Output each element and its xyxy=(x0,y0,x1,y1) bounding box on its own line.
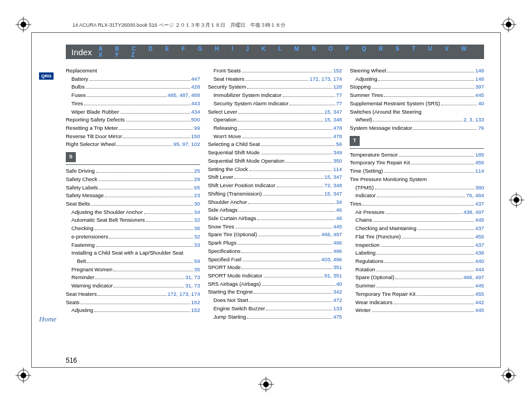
index-entry[interactable]: Winter445 xyxy=(350,306,484,315)
page-link[interactable]: 128 xyxy=(333,84,342,90)
page-link[interactable]: 30 xyxy=(194,201,200,207)
page-link[interactable]: 455 xyxy=(475,159,484,165)
index-entry[interactable]: Seats152 xyxy=(66,299,200,307)
page-link[interactable]: 172 xyxy=(309,76,321,82)
index-entry[interactable]: Right Selector Wheel9597102 xyxy=(66,140,200,149)
page-link[interactable]: 380 xyxy=(475,184,484,191)
page-link[interactable]: 434 xyxy=(191,109,200,115)
index-entry[interactable]: Selecting a Child Seat56 xyxy=(208,140,342,149)
page-link[interactable]: 34 xyxy=(194,209,200,215)
page-link[interactable]: 497 xyxy=(333,231,342,237)
index-entry[interactable]: Operation15348 xyxy=(208,116,342,124)
index-entry[interactable]: Temperature Sensor185 xyxy=(350,151,484,159)
page-link[interactable]: 172 xyxy=(168,291,180,297)
index-entry[interactable]: (TPMS)380 xyxy=(350,184,484,192)
page-link[interactable]: 466 xyxy=(463,274,475,280)
index-entry[interactable]: Shift Lever15347 xyxy=(208,173,342,182)
page-link[interactable]: 25 xyxy=(194,168,200,174)
index-entry[interactable]: Engine Switch Buzzer133 xyxy=(208,305,342,313)
index-entry[interactable]: Adjusting148 xyxy=(350,75,484,84)
page-link[interactable]: 102 xyxy=(191,141,200,147)
page-link[interactable]: 475 xyxy=(333,314,342,320)
page-link[interactable]: 97 xyxy=(182,141,191,147)
index-entry[interactable]: Replacement xyxy=(66,67,200,75)
page-link[interactable]: 152 xyxy=(333,67,342,74)
index-entry[interactable]: Chains445 xyxy=(350,216,484,225)
index-entry[interactable]: Specifications496 xyxy=(208,247,342,256)
page-link[interactable]: 497 xyxy=(475,274,484,280)
index-entry[interactable]: Shift Lever Position Indicator72348 xyxy=(208,182,342,190)
page-link[interactable]: 497 xyxy=(475,209,484,215)
page-link[interactable]: 444 xyxy=(475,266,484,272)
index-entry[interactable]: Temporary Tire Repair Kit455 xyxy=(350,159,484,167)
index-entry[interactable]: Sequential Shift Mode349 xyxy=(208,149,342,157)
page-link[interactable]: 40 xyxy=(478,100,484,106)
page-link[interactable]: 15 xyxy=(325,116,333,123)
page-link[interactable]: 485 xyxy=(168,92,180,98)
index-entry[interactable]: Wiper Blade Rubber434 xyxy=(66,108,200,116)
page-link[interactable]: 478 xyxy=(333,133,342,139)
index-entry[interactable]: Shifting (Transmission)15347 xyxy=(208,190,342,198)
index-entry[interactable]: Security System128 xyxy=(208,83,342,91)
page-link[interactable]: 496 xyxy=(333,248,342,254)
index-entry[interactable]: Summer445 xyxy=(350,282,484,290)
index-entry[interactable]: Security System Alarm Indicator77 xyxy=(208,100,342,108)
index-entry[interactable]: Snow Tires445 xyxy=(208,223,342,231)
page-link[interactable]: 174 xyxy=(333,76,342,82)
page-link[interactable]: 466 xyxy=(321,231,333,237)
page-link[interactable]: 152 xyxy=(191,307,200,313)
index-entry[interactable]: Stopping397 xyxy=(350,83,484,91)
page-link[interactable]: 496 xyxy=(333,240,342,246)
page-link[interactable]: 15 xyxy=(325,191,333,197)
page-link[interactable]: 15 xyxy=(325,109,333,115)
index-entry[interactable]: Pregnant Women35 xyxy=(66,266,200,274)
page-link[interactable]: 81 xyxy=(325,272,333,279)
index-entry[interactable]: Tire Pressure Monitoring System xyxy=(350,175,484,184)
index-entry[interactable]: Starting the Engine342 xyxy=(208,288,342,296)
home-link[interactable]: Home xyxy=(39,315,56,324)
index-entry[interactable]: Battery447 xyxy=(66,75,200,84)
page-link[interactable]: 35 xyxy=(194,266,200,272)
page-link[interactable]: 447 xyxy=(191,76,200,82)
index-entry[interactable]: Labeling438 xyxy=(350,249,484,257)
page-link[interactable]: 56 xyxy=(336,141,342,147)
page-link[interactable]: 33 xyxy=(194,242,200,248)
page-link[interactable]: 347 xyxy=(333,191,342,197)
page-link[interactable]: 348 xyxy=(333,182,342,188)
page-link[interactable]: 347 xyxy=(333,109,342,115)
page-link[interactable]: 76 xyxy=(466,192,475,198)
index-entry[interactable]: Reverse Tilt Door Mirror150 xyxy=(66,133,200,141)
index-entry[interactable]: Seat Heaters172173174 xyxy=(66,290,200,299)
index-entry[interactable]: Side Curtain Airbags48 xyxy=(208,214,342,223)
index-entry[interactable]: e-pretensioners32 xyxy=(66,233,200,241)
index-entry[interactable]: Regulations440 xyxy=(350,257,484,266)
index-entry[interactable]: Safe Driving25 xyxy=(66,167,200,175)
page-link[interactable]: 77 xyxy=(336,100,342,106)
page-link[interactable]: 440 xyxy=(475,258,484,264)
page-link[interactable]: 72 xyxy=(325,182,333,188)
page-link[interactable]: 437 xyxy=(475,242,484,248)
index-entry[interactable]: Wheel)23133 xyxy=(350,116,484,124)
page-link[interactable]: 15 xyxy=(325,174,333,180)
index-entry[interactable]: Spare (Optional)466497 xyxy=(350,274,484,282)
page-link[interactable]: 445 xyxy=(475,217,484,223)
page-link[interactable]: 152 xyxy=(191,299,200,305)
index-entry[interactable]: Checking and Maintaining437 xyxy=(350,225,484,233)
index-entry[interactable]: Safety Labels65 xyxy=(66,184,200,192)
index-entry[interactable]: Flat Tire (Puncture)455 xyxy=(350,233,484,241)
page-link[interactable]: 114 xyxy=(333,166,342,172)
page-link[interactable]: 347 xyxy=(333,174,342,180)
index-entry[interactable]: SRS Airbags (Airbags)40 xyxy=(208,280,342,289)
page-link[interactable]: 31 xyxy=(185,282,194,289)
index-entry[interactable]: Supplemental Restraint System (SRS)40 xyxy=(350,100,484,108)
index-entry[interactable]: Jump Starting475 xyxy=(208,313,342,321)
index-entry[interactable]: Specified Fuel403496 xyxy=(208,256,342,264)
page-link[interactable]: 174 xyxy=(191,291,200,297)
page-link[interactable]: 488 xyxy=(191,92,200,98)
index-entry[interactable]: Belt59 xyxy=(66,257,200,266)
index-entry[interactable]: Summer Tires445 xyxy=(350,91,484,100)
index-entry[interactable]: Warning Indicator3173 xyxy=(66,282,200,290)
page-link[interactable]: 445 xyxy=(475,282,484,289)
index-entry[interactable]: Seat Heaters172173174 xyxy=(208,75,342,84)
page-link[interactable]: 438 xyxy=(475,250,484,256)
